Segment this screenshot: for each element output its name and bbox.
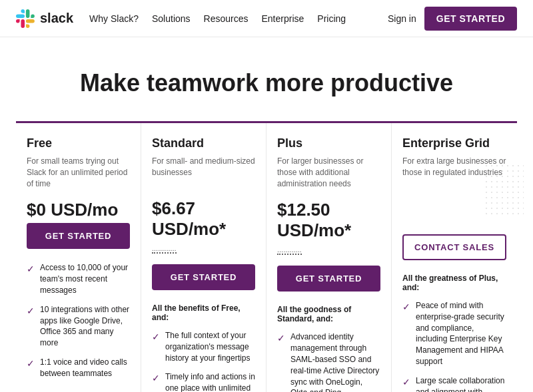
plan-price: $6.67 USD/mo* [152,198,255,240]
plan-cta-button[interactable]: GET STARTED [152,264,255,290]
plan-name: Free [27,136,130,150]
pricing-col-free: Free For small teams trying out Slack fo… [16,123,141,392]
plan-name: Standard [152,136,255,150]
check-icon: ✓ [152,372,160,392]
feature-list: ✓Peace of mind with enterprise-grade sec… [402,300,506,392]
pricing-col-enterprise-grid: Enterprise Grid For extra large business… [392,123,517,392]
feature-text: Peace of mind with enterprise-grade secu… [416,300,506,367]
logo[interactable]: slack [16,9,73,28]
plan-desc: For small teams trying out Slack for an … [27,156,130,189]
signin-link[interactable]: Sign in [388,13,416,24]
feature-item: ✓10 integrations with other apps like Go… [27,304,130,349]
plan-cta-button[interactable]: GET STARTED [27,223,130,249]
features-heading: All the benefits of Free, and: [152,303,255,322]
decorative-dots [484,163,524,216]
features-heading: All the goodness of Standard, and: [277,305,380,323]
check-icon: ✓ [402,301,410,367]
check-icon: ✓ [402,376,410,392]
hero-title: Make teamwork more productive [16,69,517,97]
nav-links: Why Slack? Solutions Resources Enterpris… [89,13,388,24]
check-icon: ✓ [152,331,160,363]
feature-item: ✓Timely info and actions in one place wi… [152,371,255,392]
plan-price: $0 USD/mo [27,200,130,220]
feature-item: ✓The full context of your organization's… [152,330,255,363]
feature-text: Access to 10,000 of your team's most rec… [40,262,130,295]
feature-text: Advanced identity management through SAM… [290,331,380,392]
feature-text: Large scale collaboration and alignment … [416,375,506,392]
plan-name: Plus [277,136,380,150]
plan-name: Enterprise Grid [402,136,506,150]
plan-desc: For small- and medium-sized businesses [152,156,255,188]
feature-list: ✓Access to 10,000 of your team's most re… [27,262,130,379]
feature-text: Timely info and actions in one place wit… [165,371,255,392]
feature-item: ✓1:1 voice and video calls between teamm… [27,357,130,379]
plan-price-note: ............ [152,244,177,254]
pricing-grid: Free For small teams trying out Slack fo… [16,121,517,392]
hero-section: Make teamwork more productive [0,37,533,121]
nav-resources[interactable]: Resources [204,13,249,24]
feature-text: 1:1 voice and video calls between teamma… [40,357,130,379]
plan-cta-button[interactable]: CONTACT SALES [402,234,506,260]
get-started-nav-button[interactable]: GET STARTED [424,7,517,31]
check-icon: ✓ [27,357,35,379]
feature-item: ✓Advanced identity management through SA… [277,331,380,392]
feature-text: The full context of your organization's … [165,330,255,363]
check-icon: ✓ [27,305,35,349]
feature-list: ✓The full context of your organization's… [152,330,255,392]
check-icon: ✓ [27,263,35,295]
pricing-col-standard: Standard For small- and medium-sized bus… [141,123,266,392]
slack-logo-icon [16,9,35,28]
nav-solutions[interactable]: Solutions [152,13,191,24]
feature-item: ✓Large scale collaboration and alignment… [402,375,506,392]
plan-desc: For larger businesses or those with addi… [277,156,380,189]
pricing-col-plus: Plus For larger businesses or those with… [266,123,392,392]
feature-item: ✓Access to 10,000 of your team's most re… [27,262,130,295]
logo-text: slack [40,11,73,26]
plan-cta-button[interactable]: GET STARTED [277,266,380,292]
pricing-section: Free For small teams trying out Slack fo… [0,121,533,392]
feature-item: ✓Peace of mind with enterprise-grade sec… [402,300,506,367]
nav-why-slack[interactable]: Why Slack? [89,13,139,24]
features-heading: All the greatness of Plus, and: [402,274,506,292]
feature-list: ✓Advanced identity management through SA… [277,331,380,392]
plan-price-note: ............ [277,246,302,255]
nav-actions: Sign in GET STARTED [388,7,517,31]
plan-price: $12.50 USD/mo* [277,200,380,241]
check-icon: ✓ [277,332,285,392]
nav-enterprise[interactable]: Enterprise [262,13,304,24]
nav-pricing[interactable]: Pricing [317,13,346,24]
feature-text: 10 integrations with other apps like Goo… [40,304,130,349]
